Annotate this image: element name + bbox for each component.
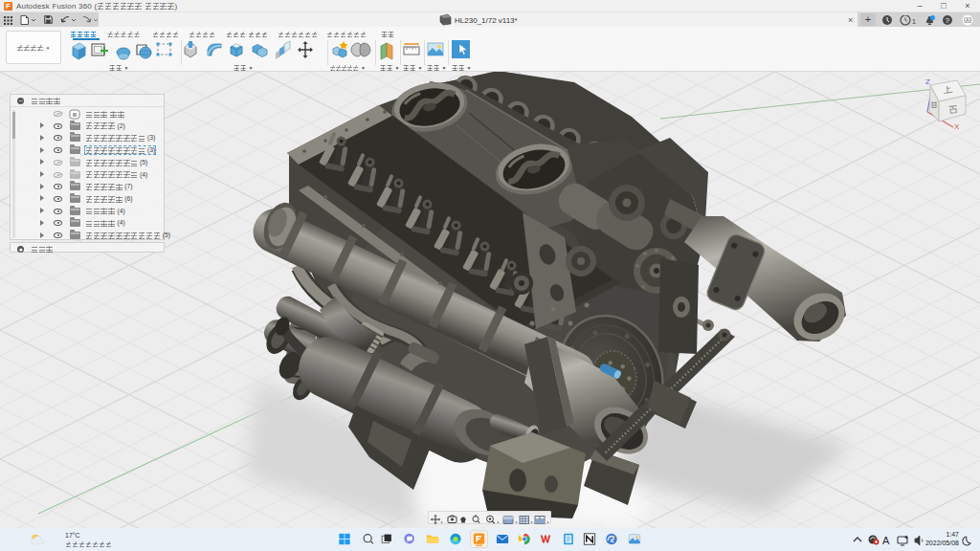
svg-text:X: X (954, 122, 960, 130)
svg-text:1: 1 (912, 17, 916, 24)
svg-text:?: ? (946, 16, 949, 25)
svg-text:Z: Z (925, 77, 930, 86)
svg-text:HL230_1/72 v113*: HL230_1/72 v113* (455, 16, 518, 25)
svg-text:×: × (848, 15, 853, 25)
svg-text:A: A (882, 535, 890, 546)
